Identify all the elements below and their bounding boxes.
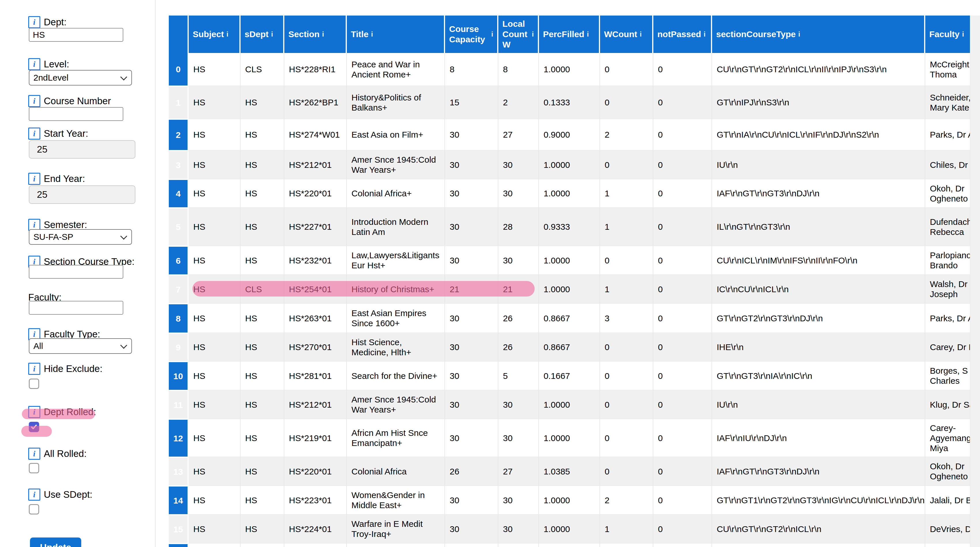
field-label-use-sdept: iUse SDept: <box>28 488 92 501</box>
info-icon[interactable]: i <box>28 363 40 375</box>
field-label-dept-rolled: iDept Rolled: <box>28 406 96 418</box>
cell-sectioncoursetype: IU\r\n <box>712 390 925 419</box>
field-label-level: iLevel: <box>28 58 69 70</box>
cell-sdept: HS <box>240 390 284 419</box>
info-icon[interactable]: i <box>28 488 40 501</box>
cell-wcount: 0 <box>600 419 653 457</box>
cell-local-count-w: 30 <box>498 390 539 419</box>
field-label-text: Course Number <box>44 95 111 106</box>
cell-course-capacity: 30 <box>445 390 498 419</box>
start-year-input[interactable] <box>29 140 135 159</box>
cell-course-capacity: 30 <box>445 361 498 390</box>
field-label-text: Start Year: <box>44 128 88 139</box>
semester-select[interactable]: SU-FA-SP <box>29 229 132 245</box>
column-header-sectioncoursetype[interactable]: sectionCourseTypei <box>712 16 925 53</box>
field-control-hide-exclude <box>29 379 39 389</box>
cell-sdept: CLS <box>240 274 284 303</box>
cell-section: HS*223*01 <box>284 485 347 514</box>
cell-title: History&Politics of Balkans+ <box>347 86 445 119</box>
table-row: 14HSHSHS*223*01Women&Gender in Middle Ea… <box>169 485 980 514</box>
row-index: 3 <box>169 150 189 179</box>
field-control-faculty <box>29 301 123 315</box>
column-header-label: sDept <box>245 29 269 40</box>
table-row: 11HSHSHS*212*01Amer Snce 1945:Cold War Y… <box>169 390 980 419</box>
cell-sdept: HS <box>240 419 284 457</box>
cell-sdept: HS <box>240 514 284 543</box>
cell-title: Law,Lawyers&Litigants Eur Hst+ <box>347 246 445 274</box>
column-header-wcount[interactable]: WCounti <box>600 16 653 53</box>
chevron-down-icon <box>120 73 127 80</box>
faculty-input[interactable] <box>29 301 123 315</box>
cell-sdept: HS <box>240 150 284 179</box>
use-sdept-checkbox[interactable] <box>29 504 39 514</box>
chevron-down-icon <box>120 342 127 349</box>
column-header-percfilled[interactable]: PercFilledi <box>539 16 600 53</box>
cell-sectioncoursetype: IU\r\n <box>712 150 925 179</box>
column-header-sdept[interactable]: sDepti <box>240 16 284 53</box>
row-index: 5 <box>169 207 189 246</box>
cell-section: HS*262*BP1 <box>284 86 347 119</box>
cell-notpassed: 0 <box>653 457 712 485</box>
row-index: 12 <box>169 419 189 457</box>
update-button[interactable]: Update <box>30 537 81 547</box>
cell-course-capacity: 30 <box>445 514 498 543</box>
info-icon[interactable]: i <box>28 95 40 107</box>
column-header-subject[interactable]: Subjecti <box>189 16 240 53</box>
cell-subject: HS <box>189 419 240 457</box>
table-row: 8HSHSHS*263*01East Asian Empires Since 1… <box>169 303 980 333</box>
column-header-label: notPassed <box>657 29 701 40</box>
column-info-icon: i <box>704 29 705 40</box>
row-index: 8 <box>169 303 189 333</box>
cell-percfilled: 0.8667 <box>539 333 600 361</box>
cell-sectioncoursetype: IL\r\nGT\r\nGT3\r\n <box>712 207 925 246</box>
row-index: 13 <box>169 457 189 485</box>
column-header-index <box>169 16 189 53</box>
table-row: 7HSCLSHS*254*01History of Christmas+2121… <box>169 274 980 303</box>
column-header-notpassed[interactable]: notPassedi <box>653 16 712 53</box>
vertical-scrollbar[interactable] <box>970 16 980 547</box>
cell-notpassed: 0 <box>653 150 712 179</box>
cell-local-count-w: 28 <box>498 207 539 246</box>
cell-notpassed: 0 <box>653 485 712 514</box>
cell-title: History of Christmas+ <box>347 274 445 303</box>
cell-title: Peace and War in Ancient Rome+ <box>347 53 445 86</box>
column-header-title[interactable]: Titlei <box>347 16 445 53</box>
info-icon[interactable]: i <box>28 16 40 28</box>
section-course-type-input[interactable] <box>29 265 123 279</box>
level-select[interactable]: 2ndLevel <box>29 70 132 86</box>
cell-section: HS*232*01 <box>284 246 347 274</box>
table-row: 0HSCLSHS*228*RI1Peace and War in Ancient… <box>169 53 980 86</box>
chevron-down-icon <box>120 233 127 239</box>
cell-notpassed: 0 <box>653 361 712 390</box>
cell-course-capacity: 30 <box>445 419 498 457</box>
faculty-type-select[interactable]: All <box>29 338 132 354</box>
field-control-all-rolled <box>29 463 39 473</box>
cell-percfilled: 1.0000 <box>539 246 600 274</box>
info-icon[interactable]: i <box>28 173 40 185</box>
cell-percfilled: 1.0000 <box>539 514 600 543</box>
cell-local-count-w: 27 <box>498 119 539 150</box>
column-header-section[interactable]: Sectioni <box>284 16 347 53</box>
end-year-input[interactable] <box>29 186 135 204</box>
cell-notpassed: 0 <box>653 86 712 119</box>
all-rolled-checkbox[interactable] <box>29 463 39 473</box>
column-header-local-count-w[interactable]: Local Count Wi <box>498 16 539 53</box>
table-row: 10HSHSHS*281*01Search for the Divine+305… <box>169 361 980 390</box>
cell-percfilled: 1.0000 <box>539 390 600 419</box>
info-icon[interactable]: i <box>28 448 40 460</box>
dept-input[interactable] <box>29 28 123 42</box>
table-row: 1HSHSHS*262*BP1History&Politics of Balka… <box>169 86 980 119</box>
info-icon[interactable]: i <box>28 128 40 140</box>
info-icon[interactable]: i <box>28 58 40 70</box>
cell-sectioncoursetype: CU\r\nGT\r\nGT2\r\nICL\r\n <box>712 514 925 543</box>
cell-section: HS*220*01 <box>284 179 347 207</box>
hide-exclude-checkbox[interactable] <box>29 379 39 389</box>
cell-local-count-w: 27 <box>498 457 539 485</box>
cell-subject: HS <box>189 150 240 179</box>
course-number-input[interactable] <box>29 107 123 121</box>
dept-rolled-checkbox[interactable] <box>29 422 39 432</box>
cell-sectioncoursetype: IC\r\nCU\r\nICL\r\n <box>712 274 925 303</box>
cell-subject: HS <box>189 457 240 485</box>
info-icon[interactable]: i <box>28 406 40 418</box>
column-header-course-capacity[interactable]: Course Capacityi <box>445 16 498 53</box>
